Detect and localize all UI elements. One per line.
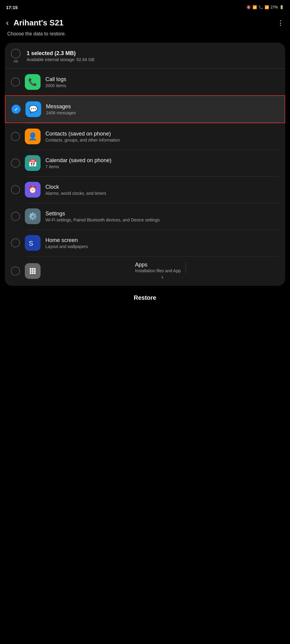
radio-contacts[interactable] <box>11 132 20 141</box>
svg-point-2 <box>32 268 34 270</box>
call-icon: 📞 <box>259 5 263 9</box>
title-clock: Clock <box>45 184 279 190</box>
svg-point-8 <box>32 272 34 274</box>
svg-point-1 <box>30 268 31 270</box>
svg-text:S: S <box>29 240 33 247</box>
list-item-messages[interactable]: 💬 Messages 2406 messages <box>5 95 285 123</box>
sub-messages: 2406 messages <box>46 110 278 115</box>
list-item-clock[interactable]: ⏰ Clock Alarms, world clocks, and timers <box>5 176 285 203</box>
text-clock: Clock Alarms, world clocks, and timers <box>45 184 279 196</box>
text-contacts: Contacts (saved on phone) Contacts, grou… <box>45 131 279 142</box>
sub-calendar: 7 items <box>45 164 279 169</box>
back-button[interactable]: ‹ <box>6 18 9 28</box>
radio-home-screen[interactable] <box>11 238 20 247</box>
text-home-screen: Home screen Layout and wallpapers <box>45 237 279 249</box>
radio-settings[interactable] <box>11 212 20 221</box>
svg-point-4 <box>30 270 31 272</box>
title-settings: Settings <box>45 211 279 217</box>
text-messages: Messages 2406 messages <box>46 103 278 115</box>
status-time: 17:15 <box>6 5 18 10</box>
list-item-call-logs[interactable]: 📞 Call logs 2000 items <box>5 69 285 95</box>
text-call-logs: Call logs 2000 items <box>45 76 279 88</box>
icon-messages: 💬 <box>25 101 41 117</box>
sub-call-logs: 2000 items <box>45 83 279 88</box>
list-item-settings[interactable]: ⚙️ Settings Wi-Fi settings, Paired Bluet… <box>5 203 285 230</box>
page-subtitle: Choose the data to restore. <box>0 30 290 43</box>
radio-apps[interactable] <box>11 266 20 276</box>
title-messages: Messages <box>46 103 278 110</box>
radio-clock[interactable] <box>11 185 20 194</box>
apps-chevron-icon[interactable]: › <box>161 273 163 280</box>
svg-point-6 <box>34 270 36 272</box>
radio-calendar[interactable] <box>11 159 20 168</box>
page-header: ‹ Arihant's S21 ⋮ <box>0 13 290 30</box>
svg-point-9 <box>34 272 36 274</box>
restore-list-card: All 1 selected (2.3 MB) Available intern… <box>5 43 285 286</box>
sub-apps: Installation files and App <box>135 268 181 273</box>
list-item-home-screen[interactable]: S Home screen Layout and wallpapers <box>5 230 285 256</box>
title-calendar: Calendar (saved on phone) <box>45 157 279 164</box>
radio-messages[interactable] <box>12 105 21 114</box>
sub-home-screen: Layout and wallpapers <box>45 244 279 249</box>
text-apps: Apps Installation files and App › <box>45 262 279 280</box>
all-row[interactable]: All 1 selected (2.3 MB) Available intern… <box>5 43 285 69</box>
sub-settings: Wi-Fi settings, Paired Bluetooth devices… <box>45 217 279 222</box>
selected-summary: 1 selected (2.3 MB) <box>27 50 94 57</box>
title-contacts: Contacts (saved on phone) <box>45 131 279 137</box>
list-item-apps[interactable]: Apps Installation files and App › <box>5 256 285 286</box>
svg-point-3 <box>34 268 36 270</box>
icon-calendar: 📅 <box>25 155 41 171</box>
restore-button[interactable]: Restore <box>0 286 290 313</box>
radio-call-logs[interactable] <box>11 77 20 87</box>
text-settings: Settings Wi-Fi settings, Paired Bluetoot… <box>45 211 279 222</box>
icon-apps <box>25 263 41 279</box>
more-options-button[interactable]: ⋮ <box>277 19 284 27</box>
text-calendar: Calendar (saved on phone) 7 items <box>45 157 279 169</box>
mute-icon: 🔇 <box>246 5 251 9</box>
all-text: 1 selected (2.3 MB) Available internal s… <box>27 50 94 62</box>
storage-info: Available internal storage: 62.64 GB <box>27 57 94 62</box>
status-icons: 🔇 📶 📞 📶 27% 🔋 <box>246 5 284 9</box>
list-item-contacts[interactable]: 👤 Contacts (saved on phone) Contacts, gr… <box>5 123 285 150</box>
icon-settings: ⚙️ <box>25 208 41 224</box>
title-call-logs: Call logs <box>45 76 279 83</box>
icon-clock: ⏰ <box>25 182 41 198</box>
sub-clock: Alarms, world clocks, and timers <box>45 191 279 196</box>
battery-icon: 🔋 <box>279 5 284 9</box>
all-label: All <box>14 59 18 64</box>
icon-home-screen: S <box>25 235 41 251</box>
status-bar: 17:15 🔇 📶 📞 📶 27% 🔋 <box>0 0 290 13</box>
sub-contacts: Contacts, groups, and other information <box>45 138 279 142</box>
signal-icon: 📶 <box>265 5 269 9</box>
svg-point-5 <box>32 270 34 272</box>
title-apps: Apps <box>135 262 147 268</box>
icon-contacts: 👤 <box>25 129 41 144</box>
list-item-calendar[interactable]: 📅 Calendar (saved on phone) 7 items <box>5 150 285 176</box>
battery-text: 27% <box>271 5 278 9</box>
icon-call-logs: 📞 <box>25 74 41 90</box>
page-title: Arihant's S21 <box>14 18 272 28</box>
wifi-icon: 📶 <box>252 5 257 9</box>
all-radio[interactable] <box>11 49 21 58</box>
svg-point-7 <box>30 272 31 274</box>
title-home-screen: Home screen <box>45 237 279 244</box>
